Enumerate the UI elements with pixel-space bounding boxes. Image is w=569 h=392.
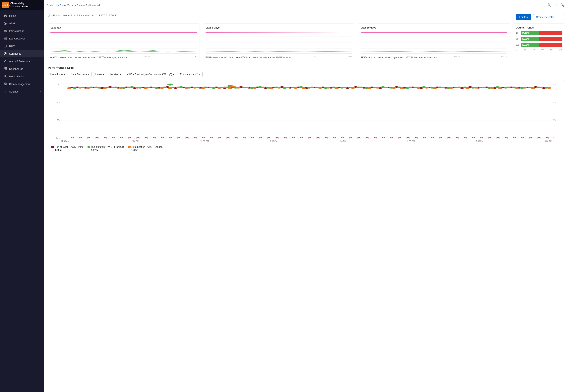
svg-point-184: [293, 87, 298, 89]
svg-point-164: [135, 87, 139, 88]
uptime-pct-1d: 44.10%: [522, 32, 529, 34]
breadcrumb-tests: > Tests: [58, 4, 65, 6]
breadcrumb: Synthetics > Tests / Workshop Browser Te…: [47, 4, 103, 6]
svg-point-186: [310, 86, 314, 88]
svg-point-22: [4, 83, 6, 84]
sidebar-item-alerts-detectors[interactable]: Alerts & Detectors: [0, 57, 44, 65]
svg-point-206: [473, 87, 478, 88]
home-icon: [3, 14, 7, 18]
svg-point-177: [236, 87, 240, 88]
sidebar-item-label: Dashboards: [9, 67, 23, 70]
level-filter[interactable]: 1m - Run Level ▾: [69, 72, 92, 77]
svg-point-173: [209, 87, 213, 88]
uptime-title: Uptime Trends: [516, 26, 562, 29]
svg-point-158: [94, 86, 99, 88]
metric-filter[interactable]: Run duration (1) ▾: [178, 72, 202, 77]
uptime-bar-container-1d: 44.10%: [521, 31, 562, 35]
sidebar-item-label: Synthetics: [9, 52, 21, 55]
svg-point-194: [375, 87, 380, 88]
svg-point-169: [176, 86, 180, 88]
last-day-chart: 3:00 PM1:00 PM9:00 AM3:00 PM: [50, 31, 197, 55]
sidebar-logo[interactable]: splunk> Observability Workshop EMEA ▾: [0, 0, 44, 10]
sidebar-item-metric-finder[interactable]: Metric Finder: [0, 72, 44, 80]
info-text: Every 1 minute from 3 locations. http://…: [53, 14, 118, 17]
svg-point-196: [391, 87, 396, 89]
last-day-title: Last day: [50, 26, 197, 29]
svg-point-210: [506, 86, 511, 88]
sidebar-item-rum[interactable]: RUM: [0, 42, 44, 50]
svg-point-203: [449, 87, 453, 89]
groupby-filter[interactable]: Location ▾: [108, 72, 123, 77]
breadcrumb-page: Workshop Browser Test for rwc-s4r-1: [67, 4, 103, 6]
sidebar-item-data-management[interactable]: Data Management: [0, 80, 44, 88]
breadcrumb-tests-link[interactable]: Tests: [60, 4, 65, 6]
svg-point-188: [326, 87, 331, 88]
svg-point-171: [193, 87, 197, 88]
uptime-bar-8d: 8d 43.69%: [516, 37, 562, 41]
alerts-icon: [3, 59, 7, 63]
svg-rect-3: [4, 31, 7, 31]
add-button[interactable]: ＋: [554, 2, 559, 8]
svg-point-183: [285, 87, 290, 88]
more-options-button[interactable]: ⋮: [559, 14, 565, 20]
svg-point-14: [5, 61, 5, 62]
sidebar-item-apm[interactable]: APM: [0, 20, 44, 27]
sidebar-nav: Home APM Infrastructure Log Observer RUM: [0, 10, 44, 392]
uptime-pct-30d: 43.69%: [522, 44, 529, 46]
svg-rect-16: [4, 67, 5, 69]
legend-london: Run duration - AWS - London 1.08m: [128, 146, 163, 152]
uptime-bar-1d: 1d 44.10%: [516, 31, 562, 35]
svg-line-21: [5, 77, 6, 78]
svg-point-208: [490, 87, 494, 89]
data-icon: [3, 82, 7, 86]
svg-point-20: [4, 75, 6, 77]
logo-icon: splunk>: [2, 2, 9, 8]
locations-filter[interactable]: AWS - Frankfurt, AWS - London, AW... (3)…: [125, 72, 176, 77]
svg-point-215: [547, 87, 552, 89]
sidebar: splunk> Observability Workshop EMEA ▾ Ho…: [0, 0, 44, 392]
svg-point-106: [167, 84, 173, 85]
svg-rect-17: [5, 67, 7, 69]
svg-point-179: [253, 87, 257, 89]
svg-point-204: [457, 86, 461, 88]
uptime-axis: 020406080100: [516, 49, 562, 51]
infrastructure-icon: [3, 29, 7, 33]
performance-kpis-section: Performance KPIs Last 4 hours ▾ 1m - Run…: [48, 66, 565, 155]
sidebar-item-label: Home: [9, 14, 16, 17]
svg-rect-9: [4, 45, 6, 47]
main-chart: 1m 40s 20s 0ms 60k 40k 20k 0: [48, 80, 565, 155]
svg-point-190: [343, 87, 347, 88]
sidebar-item-log-observer[interactable]: Log Observer: [0, 35, 44, 42]
svg-point-195: [383, 87, 388, 88]
svg-point-207: [482, 87, 486, 88]
svg-point-168: [168, 87, 172, 89]
edit-test-button[interactable]: Edit test: [516, 14, 531, 20]
uptime-bar-container-8d: 43.69%: [521, 37, 562, 41]
sidebar-item-settings[interactable]: Settings ›: [0, 88, 44, 95]
sidebar-item-synthetics[interactable]: Synthetics: [0, 50, 44, 57]
sidebar-item-label: RUM: [9, 45, 15, 48]
scale-filter[interactable]: Linear ▾: [93, 72, 106, 77]
search-button[interactable]: 🔍: [547, 2, 552, 8]
sidebar-item-dashboards[interactable]: Dashboards: [0, 65, 44, 72]
workspace-chevron-icon[interactable]: ▾: [41, 4, 42, 6]
svg-rect-15: [5, 61, 5, 61]
bookmark-button[interactable]: 🔖: [560, 2, 566, 8]
svg-point-197: [400, 87, 404, 89]
svg-rect-19: [5, 69, 7, 70]
svg-point-185: [302, 87, 306, 89]
sidebar-item-home[interactable]: Home: [0, 12, 44, 20]
svg-point-160: [111, 87, 115, 88]
create-detector-button[interactable]: Create Detector: [533, 14, 557, 20]
time-filter[interactable]: Last 4 hours ▾: [48, 72, 67, 77]
uptime-panel: Uptime Trends 1d 44.10% 8d: [513, 24, 565, 61]
sidebar-item-infrastructure[interactable]: Infrastructure: [0, 27, 44, 35]
last-8-days-panel: Last 8 days 09 Nov10 Nov11 Nov12 Nov13 N…: [203, 24, 355, 61]
svg-point-159: [102, 87, 107, 89]
rum-icon: [3, 44, 7, 48]
svg-point-209: [498, 87, 502, 89]
svg-point-163: [127, 86, 131, 88]
filters-row: Last 4 hours ▾ 1m - Run Level ▾ Linear ▾…: [48, 72, 565, 77]
svg-point-155: [67, 87, 71, 89]
x-axis: 11:30 AM 12:00 PM 12:30 PM 1:00 PM 1:30 …: [61, 139, 552, 143]
